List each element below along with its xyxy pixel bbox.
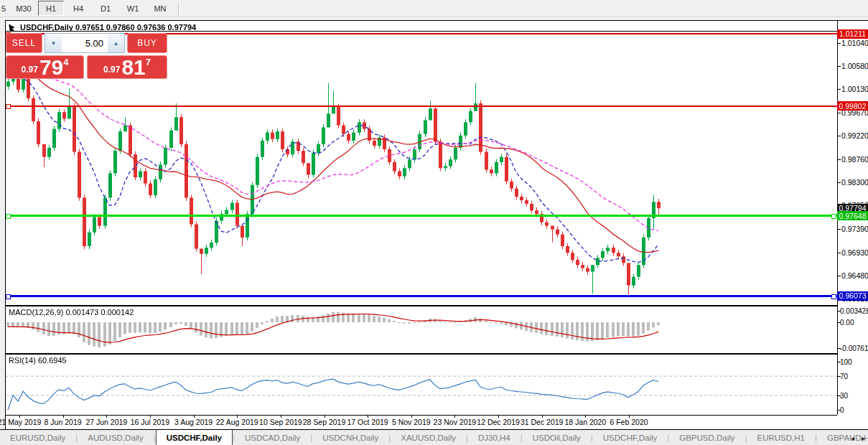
volume-stepper: ▼ ▲: [45, 33, 125, 53]
price-axis-label: 0.99220: [841, 131, 868, 140]
macd-axis-label: 0.003428: [840, 307, 868, 315]
price-axis-label: 0.97390: [841, 225, 868, 233]
rsi-axis-label: 100: [840, 358, 852, 366]
price-axis-tick: [837, 253, 841, 253]
sell-button[interactable]: SELL: [6, 33, 42, 53]
date-axis-label: 6 Feb 2020: [610, 418, 648, 426]
rsi-label: RSI(14) 60.6945: [9, 356, 67, 365]
date-axis-label: 18 Jan 2020: [564, 418, 606, 426]
date-axis-label: 3 Aug 2019: [174, 418, 213, 426]
date-axis-label: 21 May 2019: [0, 418, 41, 426]
tab-scroll-right-icon[interactable]: ▸: [862, 434, 865, 442]
chart-tab-bar: EURUSD,Daily|AUDUSD,Daily|USDCHF,Daily|U…: [0, 429, 868, 445]
price-axis-label: 1.01040: [841, 39, 868, 47]
tab-usdchf-daily[interactable]: USDCHF,Daily: [156, 430, 233, 445]
price-badge-0.99802: 0.99802: [837, 101, 868, 111]
price-axis-label: 0.96930: [841, 248, 868, 257]
price-line-0.99802[interactable]: [6, 106, 837, 107]
chart-bottom-border: [6, 415, 837, 416]
price-axis-tick: [837, 159, 841, 160]
chart-title-row: USDCHF,Daily 0.97651 0.97860 0.97636 0.9…: [9, 22, 196, 32]
date-axis-label: 16 Jul 2019: [131, 418, 169, 426]
tab-eurusd-h1[interactable]: EURUSD,H1: [747, 430, 815, 445]
price-axis-tick: [837, 113, 841, 113]
price-line-anchor[interactable]: [831, 214, 836, 219]
tab-audusd-daily[interactable]: AUDUSD,Daily: [78, 430, 153, 445]
tab-usdcnh-daily[interactable]: USDCNH,Daily: [312, 430, 388, 445]
volume-decrease-button[interactable]: ▼: [45, 34, 62, 52]
mt4-window: 5M30H1H4D1W1MN USDCHF,Daily 0.97651 0.97…: [0, 0, 868, 445]
date-axis-label: 5 Nov 2019: [392, 418, 431, 426]
price-line-anchor[interactable]: [6, 104, 11, 109]
toolbar-separator: [178, 2, 179, 15]
price-axis-tick: [837, 43, 841, 44]
price-axis-tick: [837, 182, 841, 183]
volume-input[interactable]: [62, 34, 108, 52]
macd-label: MACD(12,26,9) 0.001473 0.000142: [9, 308, 134, 317]
chart-title: USDCHF,Daily 0.97651 0.97860 0.97636 0.9…: [20, 23, 196, 32]
date-axis-label: 31 Dec 2019: [521, 418, 564, 426]
price-axis-tick: [837, 229, 841, 230]
tab-usdchf-daily[interactable]: USDCHF,Daily: [593, 430, 667, 445]
price-axis-label: 0.98300: [841, 178, 868, 187]
tab-eurusd-daily[interactable]: EURUSD,Daily: [0, 430, 75, 445]
date-axis-label: 23 Nov 2019: [434, 418, 477, 426]
price-badge-0.97648: 0.97648: [837, 211, 868, 220]
timeframe-button-w1[interactable]: W1: [120, 1, 146, 16]
sell-price-big: 79: [39, 58, 63, 77]
one-click-trading-panel: SELL ▼ ▲ BUY 0.97 79 4 0.97 81 7: [6, 33, 167, 79]
rsi-axis-label: 0: [840, 406, 844, 414]
price-axis-label: 1.00130: [841, 85, 868, 93]
price-line-anchor[interactable]: [6, 214, 11, 219]
macd-axis-label: -0.007615: [840, 345, 868, 352]
price-line-0.96073[interactable]: [6, 295, 837, 297]
date-axis-label: 22 Aug 2019: [216, 418, 258, 426]
price-badge-0.96073: 0.96073: [837, 291, 868, 301]
price-axis-tick: [837, 276, 841, 276]
price-axis-label: 1.00580: [841, 62, 868, 70]
rsi-axis-label: 30: [840, 392, 848, 400]
price-badge-1.01211: 1.01211: [837, 29, 868, 39]
macd-axis-label: 0.00: [840, 319, 854, 327]
date-axis-label: 28 Sep 2019: [303, 418, 346, 426]
buy-price-big: 81: [121, 58, 145, 77]
tab-gbpusd-daily[interactable]: GBPUSD,Daily: [669, 430, 745, 445]
tab-usdcad-daily[interactable]: USDCAD,Daily: [235, 430, 310, 445]
buy-button[interactable]: BUY: [127, 33, 167, 53]
volume-increase-button[interactable]: ▲: [108, 34, 124, 52]
price-axis-label: 0.96480: [841, 271, 868, 280]
cursor-arrow-icon: [9, 23, 17, 32]
timeframe-toolbar: 5M30H1H4D1W1MN: [0, 0, 868, 17]
tab-xauusd-daily[interactable]: XAUUSD,Daily: [391, 430, 466, 445]
price-axis-tick: [837, 66, 841, 67]
date-axis-label: 12 Dec 2019: [477, 418, 520, 426]
date-axis-label: 17 Oct 2019: [347, 418, 388, 426]
timeframe-button-mn[interactable]: MN: [147, 1, 173, 16]
date-axis-label: 27 Jun 2019: [85, 418, 127, 426]
sell-price-pip: 4: [63, 57, 68, 67]
timeframe-button-h1[interactable]: H1: [38, 1, 64, 16]
tab-dj30-h4[interactable]: DJ30,H4: [468, 430, 521, 445]
price-axis-label: 0.98760: [841, 155, 868, 164]
buy-price-prefix: 0.97: [103, 65, 120, 75]
buy-price-button[interactable]: 0.97 81 7: [87, 55, 167, 79]
tab-scroll-left-icon[interactable]: ◂: [851, 434, 854, 442]
price-axis-tick: [837, 89, 841, 90]
window-border-top: [5, 20, 868, 21]
timeframe-button-h4[interactable]: H4: [65, 1, 91, 16]
buy-price-pip: 7: [146, 57, 151, 67]
tab-scroll-buttons: ◂ ▸: [851, 430, 865, 445]
timeframe-button-d1[interactable]: D1: [93, 1, 118, 16]
date-axis-label: 10 Sep 2019: [259, 418, 302, 426]
price-line-0.97648[interactable]: [6, 215, 837, 217]
tab-usdoil-daily[interactable]: USDOil,Daily: [523, 430, 591, 445]
timeframe-button-m30[interactable]: M30: [11, 1, 37, 16]
price-line-anchor[interactable]: [831, 294, 836, 299]
rsi-axis-label: 70: [840, 373, 848, 380]
timeframe-button-5[interactable]: 5: [0, 1, 9, 16]
sell-price-button[interactable]: 0.97 79 4: [6, 55, 84, 79]
price-line-anchor[interactable]: [6, 294, 11, 299]
sell-price-prefix: 0.97: [22, 65, 38, 75]
price-chart-canvas[interactable]: [6, 32, 837, 415]
date-axis-label: 8 Jun 2019: [45, 418, 82, 426]
